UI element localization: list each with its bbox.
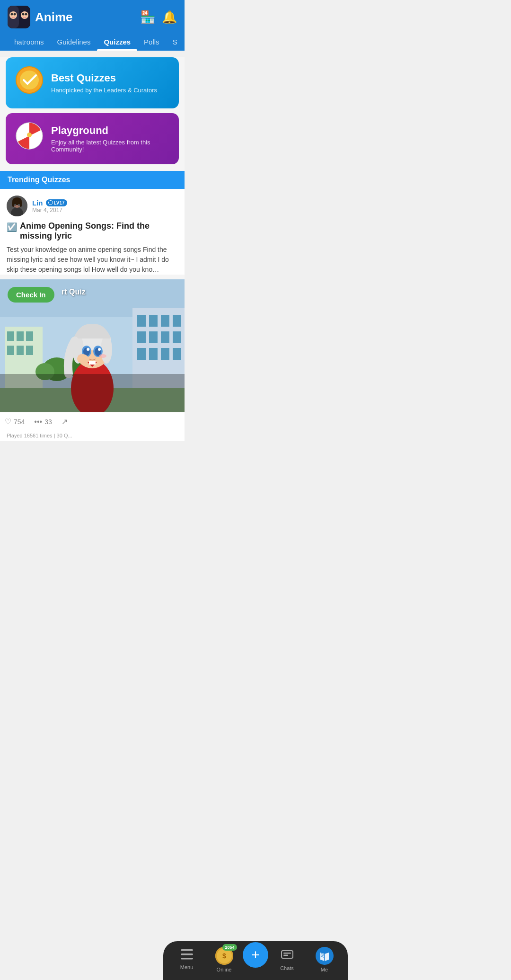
svg-rect-30 xyxy=(17,346,24,355)
header-actions: 🏪 🔔 xyxy=(140,10,177,25)
svg-rect-33 xyxy=(137,315,146,327)
share-icon: ↗ xyxy=(62,417,68,426)
svg-point-22 xyxy=(18,204,20,206)
best-quizzes-text: Best Quizzes Handpicked by the Leaders &… xyxy=(51,72,157,93)
quiz-check-icon: ☑️ xyxy=(7,222,17,232)
svg-point-6 xyxy=(22,13,25,16)
tab-quizzes[interactable]: Quizzes xyxy=(97,33,137,51)
store-icon[interactable]: 🏪 xyxy=(140,10,155,25)
post-stats: ♡ 754 ••• 33 ↗ xyxy=(0,412,185,431)
tab-stories[interactable]: Stories xyxy=(166,33,177,51)
played-info: Played 16561 times | 30 Q... xyxy=(0,431,185,441)
best-quizzes-icon xyxy=(15,66,44,100)
svg-rect-64 xyxy=(89,361,96,365)
svg-rect-65 xyxy=(0,374,185,412)
main-content: Best Quizzes Handpicked by the Leaders &… xyxy=(0,57,185,441)
playground-card[interactable]: Playground Enjoy all the latest Quizzes … xyxy=(6,113,179,164)
svg-rect-27 xyxy=(17,331,24,341)
trending-label: Trending Quizzes xyxy=(8,176,70,184)
app-title: Anime xyxy=(35,10,72,25)
playground-subtitle: Enjoy all the latest Quizzes from this C… xyxy=(51,139,169,153)
best-quizzes-card[interactable]: Best Quizzes Handpicked by the Leaders &… xyxy=(6,57,179,108)
svg-point-20 xyxy=(19,201,22,207)
playground-icon xyxy=(15,122,44,156)
quiz-post: Lin LV17 Mar 4, 2017 ☑️ Anime Opening So… xyxy=(0,189,185,275)
svg-rect-31 xyxy=(26,346,33,355)
svg-rect-39 xyxy=(161,331,169,343)
svg-rect-37 xyxy=(137,331,146,343)
svg-rect-42 xyxy=(149,348,158,360)
svg-point-12 xyxy=(27,133,32,137)
playground-title: Playground xyxy=(51,125,169,137)
post-title: ☑️ Anime Opening Songs: Find the missing… xyxy=(7,221,178,241)
svg-rect-35 xyxy=(161,315,169,327)
post-title-text[interactable]: Anime Opening Songs: Find the missing ly… xyxy=(20,221,178,241)
svg-rect-29 xyxy=(7,346,14,355)
stat-comments[interactable]: ••• 33 xyxy=(34,418,52,426)
best-quizzes-subtitle: Handpicked by the Leaders & Curators xyxy=(51,87,157,94)
comment-count: 33 xyxy=(44,418,52,426)
app-icon xyxy=(8,6,30,28)
svg-point-62 xyxy=(99,354,106,358)
bell-icon[interactable]: 🔔 xyxy=(162,10,177,25)
header: Anime 🏪 🔔 hatrooms Guidelines Quizzes Po… xyxy=(0,0,185,51)
svg-rect-43 xyxy=(161,348,169,360)
level-badge: LV17 xyxy=(46,199,67,206)
author-avatar[interactable] xyxy=(7,196,27,216)
best-quizzes-title: Best Quizzes xyxy=(51,72,157,84)
checkin-button[interactable]: Check In xyxy=(8,287,54,303)
level-text: LV17 xyxy=(54,200,65,205)
svg-point-59 xyxy=(87,348,89,351)
playground-text: Playground Enjoy all the latest Quizzes … xyxy=(51,125,169,153)
svg-rect-44 xyxy=(173,348,181,360)
nav-tabs: hatrooms Guidelines Quizzes Polls Storie… xyxy=(8,33,177,51)
svg-rect-36 xyxy=(173,315,181,327)
svg-rect-26 xyxy=(7,331,14,341)
header-top: Anime 🏪 🔔 xyxy=(8,6,177,33)
svg-point-54 xyxy=(101,335,112,364)
post-date: Mar 4, 2017 xyxy=(32,207,67,214)
checkin-overlay: Check In xyxy=(8,287,54,303)
post-excerpt: Test your knowledge on anime opening son… xyxy=(7,245,178,275)
svg-point-7 xyxy=(25,13,27,16)
stat-share[interactable]: ↗ xyxy=(62,417,68,426)
author-name-row: Lin LV17 xyxy=(32,199,67,207)
svg-point-3 xyxy=(11,13,13,16)
svg-point-19 xyxy=(12,201,15,207)
svg-point-63 xyxy=(77,354,88,364)
tab-guidelines[interactable]: Guidelines xyxy=(51,33,97,51)
trending-header: Trending Quizzes xyxy=(0,171,185,189)
heart-icon: ♡ xyxy=(5,417,11,426)
author-info: Lin LV17 Mar 4, 2017 xyxy=(32,199,67,214)
svg-rect-28 xyxy=(26,331,33,341)
header-left: Anime xyxy=(8,6,72,28)
svg-rect-38 xyxy=(149,331,158,343)
svg-point-4 xyxy=(14,13,16,16)
svg-point-60 xyxy=(98,348,101,351)
post-author: Lin LV17 Mar 4, 2017 xyxy=(7,196,178,216)
author-name[interactable]: Lin xyxy=(32,199,43,207)
svg-rect-41 xyxy=(137,348,146,360)
svg-rect-34 xyxy=(149,315,158,327)
anime-image[interactable]: Check In rt Quiz xyxy=(0,279,185,412)
quiz-overlay-text: rt Quiz xyxy=(62,288,86,296)
tab-polls[interactable]: Polls xyxy=(137,33,166,51)
tab-chatrooms[interactable]: hatrooms xyxy=(8,33,51,51)
like-count: 754 xyxy=(14,418,25,426)
comment-icon: ••• xyxy=(34,418,42,426)
svg-point-21 xyxy=(14,204,16,206)
svg-rect-40 xyxy=(173,331,181,343)
stat-likes[interactable]: ♡ 754 xyxy=(5,417,25,426)
